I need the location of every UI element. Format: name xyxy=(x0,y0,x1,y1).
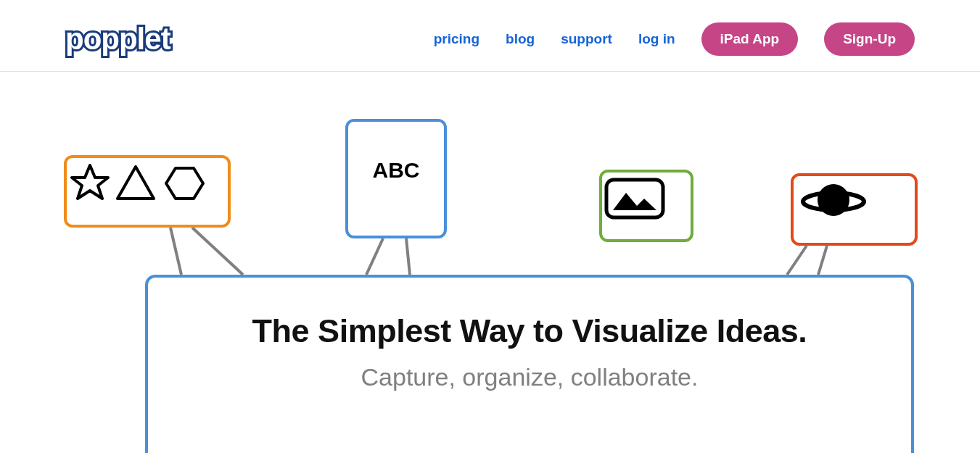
hero-headline: The Simplest Way to Visualize Ideas. xyxy=(148,312,911,350)
svg-rect-6 xyxy=(606,180,663,217)
image-icon xyxy=(602,173,667,223)
feature-card-shapes xyxy=(64,155,231,228)
hero-section: ABC The Simplest Way to Visualize Ideas.… xyxy=(0,72,980,420)
svg-line-5 xyxy=(818,246,827,275)
main-nav: pricing blog support log in iPad App Sig… xyxy=(434,22,915,56)
abc-icon: ABC xyxy=(373,158,420,183)
nav-pricing[interactable]: pricing xyxy=(434,31,479,47)
svg-line-4 xyxy=(787,246,807,275)
feature-card-drawing xyxy=(791,173,918,246)
svg-line-3 xyxy=(406,238,410,275)
nav-support[interactable]: support xyxy=(561,31,612,47)
feature-card-text: ABC xyxy=(345,119,447,238)
logo[interactable]: popplet popplet xyxy=(65,22,170,57)
shapes-icon xyxy=(67,158,212,209)
hero-main-card: The Simplest Way to Visualize Ideas. Cap… xyxy=(145,275,914,453)
feature-card-image xyxy=(599,170,693,242)
signup-button[interactable]: Sign-Up xyxy=(824,22,915,56)
hero-subline: Capture, organize, collaborate. xyxy=(148,363,911,391)
nav-login[interactable]: log in xyxy=(638,31,675,47)
svg-line-0 xyxy=(170,228,181,275)
svg-line-2 xyxy=(366,238,383,275)
site-header: popplet popplet pricing blog support log… xyxy=(0,0,980,72)
nav-blog[interactable]: blog xyxy=(506,31,535,47)
planet-icon xyxy=(794,176,873,227)
svg-point-8 xyxy=(818,184,849,216)
svg-line-1 xyxy=(192,228,243,275)
ipad-app-button[interactable]: iPad App xyxy=(701,22,799,56)
